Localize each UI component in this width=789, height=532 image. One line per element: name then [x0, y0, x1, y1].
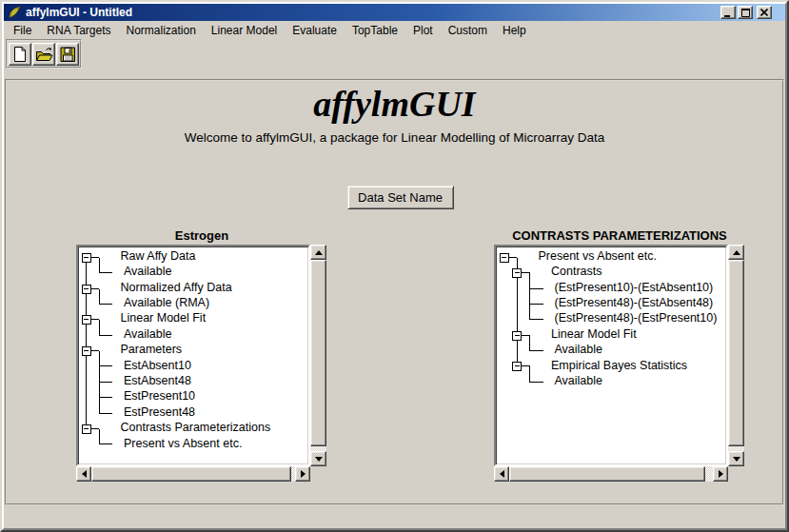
window-inner: affylmGUI - Untitled FileRNA TargetsNorm… — [2, 2, 787, 530]
tree-node-label[interactable]: EstPresent48 — [124, 404, 195, 420]
tree-node-label[interactable]: Available — [124, 326, 172, 342]
tree-node-label[interactable]: Normalized Affy Data — [121, 280, 232, 295]
scroll-up-button[interactable] — [728, 245, 744, 260]
menu-custom[interactable]: Custom — [441, 22, 495, 39]
arrow-right-icon — [719, 470, 723, 478]
minimize-button[interactable] — [720, 6, 736, 19]
tree-node-label[interactable]: Available — [555, 373, 603, 388]
open-folder-icon — [34, 45, 53, 64]
welcome-text: Welcome to affylmGUI, a package for Line… — [7, 130, 782, 145]
vertical-scroll-thumb[interactable] — [310, 260, 326, 446]
arrow-up-icon — [733, 250, 740, 255]
tree-node-label[interactable]: Raw Affy Data — [121, 248, 196, 264]
tree-node-label[interactable]: EstAbsent10 — [124, 358, 191, 373]
tree-estrogen: Raw Affy DataAvailableNormalized Affy Da… — [76, 245, 327, 483]
arrow-down-icon — [315, 457, 323, 462]
open-button[interactable] — [32, 43, 55, 66]
menu-plot[interactable]: Plot — [405, 22, 441, 39]
scrollbar-corner — [310, 466, 326, 482]
menu-bar: FileRNA TargetsNormalizationLinear Model… — [4, 21, 785, 39]
vertical-scroll-thumb[interactable] — [728, 260, 744, 446]
scroll-down-button[interactable] — [310, 451, 326, 466]
menu-evaluate[interactable]: Evaluate — [285, 22, 345, 39]
app-title: affylmGUI — [7, 83, 782, 125]
close-button[interactable] — [757, 6, 772, 19]
arrow-up-icon — [315, 250, 323, 255]
feather-icon — [8, 6, 21, 19]
tree-contrasts-parameterizations: Present vs Absent etc.Contrasts(EstPrese… — [494, 245, 745, 483]
arrow-right-icon — [301, 470, 306, 478]
tree-node-label[interactable]: Present vs Absent etc. — [539, 248, 657, 264]
tree-node-label[interactable]: Linear Model Fit — [121, 310, 207, 325]
tree-node-label[interactable]: Available — [555, 342, 603, 357]
save-button[interactable] — [56, 43, 79, 66]
window-controls — [720, 6, 772, 19]
scroll-left-button[interactable] — [76, 466, 91, 482]
vertical-scrollbar[interactable] — [728, 245, 744, 466]
horizontal-scrollbar[interactable] — [494, 466, 728, 482]
save-icon — [58, 45, 77, 64]
menu-file[interactable]: File — [6, 22, 39, 39]
arrow-left-icon — [82, 470, 87, 478]
tree-header-contrasts: CONTRASTS PARAMETERIZATIONS — [494, 228, 745, 243]
tree-node-label[interactable]: (EstPresent48)-(EstPresent10) — [555, 310, 718, 325]
close-icon — [760, 9, 768, 16]
menu-linear-model[interactable]: Linear Model — [204, 22, 285, 39]
menu-toptable[interactable]: TopTable — [345, 22, 405, 39]
maximize-icon — [741, 9, 750, 17]
scrollbar-corner — [728, 466, 744, 482]
arrow-left-icon — [500, 470, 504, 478]
tree-node-label[interactable]: (EstPresent48)-(EstAbsent48) — [555, 295, 714, 310]
scroll-up-button[interactable] — [310, 245, 326, 260]
scroll-left-button[interactable] — [494, 466, 509, 482]
minimize-icon — [724, 9, 732, 17]
tree-node-label[interactable]: Parameters — [121, 342, 183, 357]
tree-node-label[interactable]: Present vs Absent etc. — [124, 436, 242, 451]
tree-node-label[interactable]: Available — [124, 264, 172, 279]
menu-rna-targets[interactable]: RNA Targets — [39, 22, 118, 39]
main-content-frame: affylmGUI Welcome to affylmGUI, a packag… — [5, 79, 784, 505]
horizontal-scroll-thumb[interactable] — [91, 466, 291, 482]
new-button[interactable] — [9, 43, 31, 66]
tree-node-label[interactable]: Empirical Bayes Statistics — [551, 358, 687, 373]
menu-normalization[interactable]: Normalization — [119, 22, 204, 39]
dataset-name-button[interactable]: Data Set Name — [347, 186, 454, 209]
tree-node-label[interactable]: EstPresent10 — [124, 388, 195, 404]
horizontal-scrollbar[interactable] — [76, 466, 310, 482]
maximize-button[interactable] — [738, 6, 753, 19]
tree-node-label[interactable]: Contrasts Parameterizations — [121, 420, 271, 435]
arrow-down-icon — [733, 457, 740, 462]
scroll-right-button[interactable] — [295, 466, 310, 482]
titlebar[interactable]: affylmGUI - Untitled — [4, 4, 785, 21]
tree-viewport: Raw Affy DataAvailableNormalized Affy Da… — [76, 245, 310, 466]
new-file-icon — [10, 45, 30, 64]
tree-node-label[interactable]: (EstPresent10)-(EstAbsent10) — [555, 280, 714, 295]
app-window: affylmGUI - Untitled FileRNA TargetsNorm… — [0, 0, 789, 532]
tree-node-label[interactable]: Available (RMA) — [124, 295, 209, 310]
horizontal-scroll-thumb[interactable] — [509, 466, 705, 482]
window-title: affylmGUI - Untitled — [26, 6, 720, 19]
tree-node-label[interactable]: Linear Model Fit — [551, 326, 637, 342]
vertical-scrollbar[interactable] — [310, 245, 326, 466]
toolbar — [6, 39, 82, 69]
tree-node-label[interactable]: Contrasts — [551, 264, 602, 279]
scroll-down-button[interactable] — [728, 451, 744, 466]
tree-viewport: Present vs Absent etc.Contrasts(EstPrese… — [494, 245, 728, 466]
menu-help[interactable]: Help — [495, 22, 534, 39]
scroll-right-button[interactable] — [713, 466, 728, 482]
tree-node-label[interactable]: EstAbsent48 — [124, 373, 191, 388]
tree-header-estrogen: Estrogen — [76, 228, 327, 243]
